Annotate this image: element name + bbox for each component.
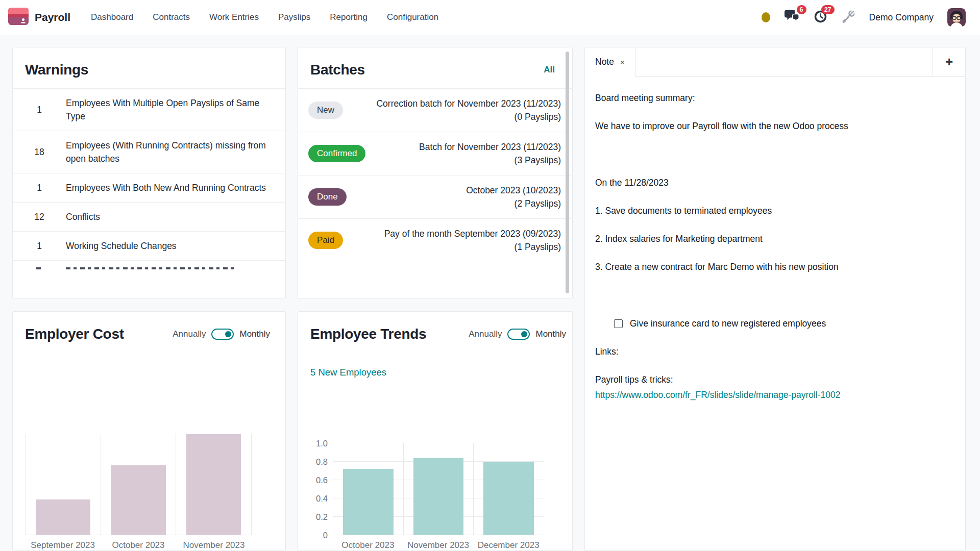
tabbar-filler <box>635 47 933 77</box>
chart-bar <box>36 499 90 535</box>
y-axis-tick-label: 0.8 <box>316 458 328 466</box>
company-switcher[interactable]: Demo Company <box>869 12 934 23</box>
payroll-app-icon <box>8 8 29 27</box>
employer-cost-chart: September 2023October 2023November 2023 <box>13 434 285 550</box>
warning-label: Conflicts <box>66 210 273 223</box>
note-tab-label: Note <box>595 57 614 67</box>
activities-button[interactable]: 27 <box>814 9 828 26</box>
note-panel: Note × + Board meeting summary: We have … <box>584 47 966 551</box>
chart-bar <box>343 469 393 535</box>
developer-tools-button[interactable] <box>842 10 855 26</box>
chart-bar <box>111 465 165 535</box>
note-blank-line <box>595 146 953 175</box>
chart-band <box>25 434 101 535</box>
warning-row[interactable]: 1 Employees With Multiple Open Payslips … <box>13 88 285 131</box>
note-list-item: 3. Create a new contract for Marc Demo w… <box>595 259 953 274</box>
batch-payslip-count: (1 Payslips) <box>343 240 561 254</box>
batches-scrollbar[interactable] <box>566 52 569 293</box>
warning-row[interactable]: 1 Working Schedule Changes <box>13 231 285 260</box>
period-switch[interactable] <box>507 329 530 340</box>
batches-list: New Correction batch for November 2023 (… <box>298 88 572 262</box>
note-editor[interactable]: Board meeting summary: We have to improv… <box>585 77 965 550</box>
warning-label: Working Schedule Changes <box>66 239 273 253</box>
chart-band <box>333 443 403 535</box>
batch-row[interactable]: New Correction batch for November 2023 (… <box>298 88 572 132</box>
note-checklist-item[interactable]: Give insurance card to new registered em… <box>614 316 953 331</box>
y-axis-tick-label: 0 <box>323 531 328 540</box>
note-tab[interactable]: Note × <box>585 47 635 77</box>
warning-row[interactable]: 1 Employees With Both New And Running Co… <box>13 173 285 202</box>
menu-item[interactable]: Reporting <box>330 12 368 22</box>
chart-bar <box>483 462 533 535</box>
chart-band <box>101 434 176 535</box>
warning-label: Employees With Multiple Open Payslips of… <box>66 96 273 123</box>
top-navbar: Payroll DashboardContractsWork EntriesPa… <box>0 0 980 35</box>
batches-all-link[interactable]: All <box>544 65 560 75</box>
y-axis-tick-label: 1.0 <box>316 439 328 448</box>
note-list-item: 1. Save documents to terminated employee… <box>595 203 953 218</box>
warning-row[interactable]: 12 Conflicts <box>13 202 285 231</box>
warning-row-clipped[interactable] <box>13 260 285 272</box>
menu-item[interactable]: Work Entries <box>209 12 259 22</box>
batch-payslip-count: (0 Payslips) <box>343 110 561 123</box>
warning-row[interactable]: 18 Employees (With Running Contracts) mi… <box>13 131 285 173</box>
chart-band <box>403 443 474 535</box>
warning-count: 18 <box>13 147 66 158</box>
period-switch[interactable] <box>211 329 234 340</box>
warning-label: Employees (With Running Contracts) missi… <box>66 139 273 165</box>
batch-payslip-count: (3 Payslips) <box>365 154 561 167</box>
employee-trends-title: Employee Trends <box>310 326 426 342</box>
messages-button[interactable]: 6 <box>784 9 800 26</box>
note-tab-close-icon[interactable]: × <box>620 58 625 66</box>
chart-bar <box>186 434 241 535</box>
messages-count-badge: 6 <box>797 5 806 14</box>
warning-count: 1 <box>13 241 66 252</box>
batch-payslip-count: (2 Payslips) <box>347 197 561 210</box>
batch-row[interactable]: Paid Pay of the month September 2023 (09… <box>298 218 572 262</box>
batch-name: Correction batch for November 2023 (11/2… <box>343 97 561 110</box>
x-axis-label: November 2023 <box>176 535 252 550</box>
monthly-label[interactable]: Monthly <box>239 329 270 339</box>
annually-label[interactable]: Annually <box>173 329 206 339</box>
note-paragraph: On the 11/28/2023 <box>595 175 953 190</box>
annually-label[interactable]: Annually <box>469 329 502 339</box>
menu-item[interactable]: Dashboard <box>91 12 133 22</box>
warning-label: Employees With Both New And Running Cont… <box>66 181 273 194</box>
monthly-label[interactable]: Monthly <box>535 329 566 339</box>
user-avatar[interactable] <box>947 8 966 27</box>
batch-name: October 2023 (10/2023) <box>347 184 561 197</box>
employer-cost-card: Employer Cost Annually Monthly Sep <box>12 311 286 551</box>
y-axis-tick-label: 0.2 <box>316 513 328 521</box>
switch-knob <box>521 331 527 337</box>
checkbox-unchecked-icon[interactable] <box>614 319 623 328</box>
menu-item[interactable]: Payslips <box>278 12 310 22</box>
app-brand[interactable]: Payroll <box>8 8 70 27</box>
add-note-tab-button[interactable]: + <box>933 47 965 77</box>
menu-item[interactable]: Configuration <box>387 12 438 22</box>
employee-trends-chart: 1.00.80.60.40.20 October 2023Novembe <box>298 443 572 550</box>
warning-count: 1 <box>13 183 66 193</box>
new-employees-link[interactable]: 5 New Employees <box>310 367 572 378</box>
main-menu: DashboardContractsWork EntriesPayslipsRe… <box>91 12 438 22</box>
activity-status-dot[interactable] <box>762 12 770 22</box>
employee-trends-x-labels: October 2023November 2023December 2023 <box>310 535 544 550</box>
note-tips-label: Payroll tips & tricks: <box>595 372 953 387</box>
chart-band <box>176 434 252 535</box>
nav-right-cluster: 6 27 Demo Company <box>762 8 966 27</box>
note-paragraph: Links: <box>595 344 953 359</box>
batches-card: Batches All New Correction batch for Nov… <box>298 47 573 299</box>
menu-item[interactable]: Contracts <box>153 12 190 22</box>
batch-row[interactable]: Confirmed Batch for November 2023 (11/20… <box>298 132 572 175</box>
app-name: Payroll <box>35 11 70 23</box>
warnings-list: 1 Employees With Multiple Open Payslips … <box>13 88 285 260</box>
y-axis-tick-label: 0.4 <box>316 494 328 503</box>
batch-row[interactable]: Done October 2023 (10/2023) (2 Payslips) <box>298 175 572 218</box>
note-blank-line <box>595 287 953 316</box>
batch-status-badge: New <box>308 102 343 119</box>
payroll-tips-link[interactable]: https://www.odoo.com/fr_FR/slides/slide/… <box>595 387 841 403</box>
gold-dot-icon <box>762 12 770 22</box>
batch-name: Batch for November 2023 (11/2023) <box>365 140 561 154</box>
batch-status-badge: Confirmed <box>308 145 365 162</box>
y-axis: 1.00.80.60.40.20 <box>310 443 333 535</box>
x-axis-label: September 2023 <box>25 535 101 550</box>
